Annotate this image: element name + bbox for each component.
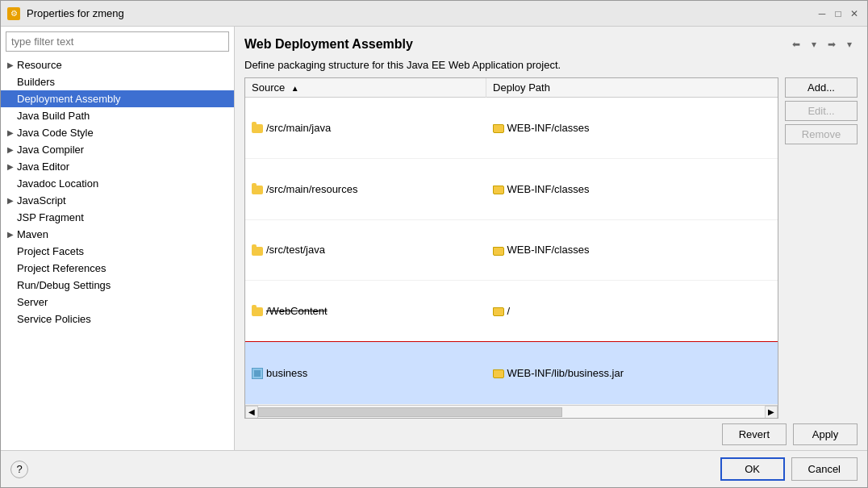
chevron-right-icon: ▶ xyxy=(7,162,14,171)
sidebar-item-javadoc-location[interactable]: Javadoc Location xyxy=(1,175,234,192)
sidebar-item-java-code-style[interactable]: ▶Java Code Style xyxy=(1,124,234,141)
source-text: /WebContent xyxy=(266,305,328,317)
main-window: ⚙ Properties for zmeng ─ □ ✕ ▶ResourceBu… xyxy=(0,0,868,488)
remove-button[interactable]: Remove xyxy=(785,124,858,144)
sidebar-item-javascript[interactable]: ▶JavaScript xyxy=(1,192,234,209)
sidebar-item-label: Maven xyxy=(17,228,48,240)
chevron-right-icon: ▶ xyxy=(7,145,14,154)
data-table-container: Source ▲ Deploy Path /src/main/javaWEB-I… xyxy=(244,77,778,419)
scroll-right-button[interactable]: ▶ xyxy=(765,406,778,419)
source-cell: /WebContent xyxy=(245,281,486,342)
chevron-right-icon: ▶ xyxy=(7,196,14,205)
toolbar-dropdown2-button[interactable]: ▾ xyxy=(841,36,858,52)
toolbar-dropdown-button[interactable]: ▾ xyxy=(806,36,822,52)
window-title: Properties for zmeng xyxy=(27,7,809,19)
help-button[interactable]: ? xyxy=(10,461,28,478)
deploy-text: / xyxy=(507,305,511,317)
table-header-row: Source ▲ Deploy Path xyxy=(245,78,778,98)
sidebar-item-project-references[interactable]: Project References xyxy=(1,260,234,277)
sidebar-item-label: Project Facets xyxy=(17,245,84,257)
deploy-cell: WEB-INF/classes xyxy=(486,219,778,281)
sidebar-item-label: Run/Debug Settings xyxy=(17,279,111,291)
window-controls: ─ □ ✕ xyxy=(816,7,861,20)
source-text: /src/test/java xyxy=(266,244,325,256)
table-area: Source ▲ Deploy Path /src/main/javaWEB-I… xyxy=(244,77,858,419)
sidebar-item-label: Javadoc Location xyxy=(17,177,98,190)
deploy-text: WEB-INF/classes xyxy=(507,122,590,134)
deploy-text: WEB-INF/lib/business.jar xyxy=(507,367,624,379)
col-deploy-header[interactable]: Deploy Path xyxy=(486,78,778,98)
toolbar-back-button[interactable]: ⬅ xyxy=(788,36,804,52)
sidebar-item-java-editor[interactable]: ▶Java Editor xyxy=(1,158,234,175)
col-source-header[interactable]: Source ▲ xyxy=(245,78,486,98)
sidebar-item-label: Resource xyxy=(17,59,62,71)
sidebar-item-label: Java Compiler xyxy=(17,144,84,156)
scroll-thumb[interactable] xyxy=(258,407,562,417)
deploy-text: WEB-INF/classes xyxy=(507,244,590,256)
close-button[interactable]: ✕ xyxy=(848,7,861,20)
folder-icon xyxy=(252,247,263,256)
minimize-button[interactable]: ─ xyxy=(816,7,828,20)
add-button[interactable]: Add... xyxy=(785,77,858,98)
sidebar-item-server[interactable]: Server xyxy=(1,294,234,311)
folder-icon xyxy=(252,124,263,133)
toolbar-forward-button[interactable]: ➡ xyxy=(824,36,840,52)
chevron-right-icon: ▶ xyxy=(7,128,14,137)
table-row[interactable]: businessWEB-INF/lib/business.jar xyxy=(245,342,778,405)
sidebar-item-builders[interactable]: Builders xyxy=(1,73,234,90)
sidebar-item-project-facets[interactable]: Project Facets xyxy=(1,243,234,260)
scroll-track[interactable] xyxy=(258,407,765,418)
chevron-right-icon: ▶ xyxy=(7,60,14,69)
ok-cancel-group: OK Cancel xyxy=(720,457,858,481)
ok-button[interactable]: OK xyxy=(720,457,785,481)
edit-button[interactable]: Edit... xyxy=(785,101,858,121)
deploy-folder-icon xyxy=(493,369,504,378)
deploy-cell: WEB-INF/lib/business.jar xyxy=(486,342,778,405)
table-row[interactable]: /WebContent/ xyxy=(245,281,778,342)
source-text: /src/main/resources xyxy=(266,183,357,195)
side-buttons-panel: Add... Edit... Remove xyxy=(785,77,858,419)
deploy-text: WEB-INF/classes xyxy=(507,183,590,195)
sidebar-item-label: JSP Fragment xyxy=(17,211,84,223)
horizontal-scrollbar[interactable]: ◀ ▶ xyxy=(245,405,778,418)
sidebar-item-service-policies[interactable]: Service Policies xyxy=(1,311,234,327)
panel-header: Web Deployment Assembly ⬅ ▾ ➡ ▾ xyxy=(244,36,858,52)
source-text: business xyxy=(266,367,307,379)
sidebar-item-maven[interactable]: ▶Maven xyxy=(1,226,234,243)
table-row[interactable]: /src/test/javaWEB-INF/classes xyxy=(245,219,778,281)
cancel-button[interactable]: Cancel xyxy=(791,457,858,481)
deploy-folder-icon xyxy=(493,307,504,316)
revert-button[interactable]: Revert xyxy=(722,423,787,445)
sidebar-item-run-debug-settings[interactable]: Run/Debug Settings xyxy=(1,277,234,294)
right-panel: Web Deployment Assembly ⬅ ▾ ➡ ▾ Define p… xyxy=(235,27,867,450)
sidebar-item-java-compiler[interactable]: ▶Java Compiler xyxy=(1,141,234,158)
table-row[interactable]: /src/main/resourcesWEB-INF/classes xyxy=(245,158,778,219)
sidebar-item-resource[interactable]: ▶Resource xyxy=(1,56,234,73)
sidebar-item-label: Builders xyxy=(17,76,55,88)
panel-description: Define packaging structure for this Java… xyxy=(244,59,858,71)
sidebar-item-deployment-assembly[interactable]: Deployment Assembly xyxy=(1,90,234,107)
source-text: /src/main/java xyxy=(266,122,331,134)
deployment-table: Source ▲ Deploy Path /src/main/javaWEB-I… xyxy=(245,78,778,405)
sidebar-item-label: Java Editor xyxy=(17,161,69,173)
project-icon xyxy=(252,368,263,379)
source-cell: business xyxy=(245,342,486,405)
sidebar-item-label: Service Policies xyxy=(17,313,91,325)
deploy-cell: WEB-INF/classes xyxy=(486,98,778,159)
apply-button[interactable]: Apply xyxy=(793,423,858,445)
deploy-folder-icon xyxy=(493,186,504,194)
chevron-right-icon: ▶ xyxy=(7,230,14,239)
maximize-button[interactable]: □ xyxy=(832,7,845,20)
source-cell: /src/main/java xyxy=(245,98,486,159)
source-cell: /src/test/java xyxy=(245,219,486,281)
scroll-left-button[interactable]: ◀ xyxy=(245,406,258,419)
table-row[interactable]: /src/main/javaWEB-INF/classes xyxy=(245,98,778,159)
deploy-folder-icon xyxy=(493,124,504,133)
sidebar: ▶ResourceBuildersDeployment AssemblyJava… xyxy=(1,27,235,450)
revert-apply-bar: Revert Apply xyxy=(244,419,858,450)
sidebar-item-label: Java Build Path xyxy=(17,110,90,122)
sidebar-item-java-build-path[interactable]: Java Build Path xyxy=(1,107,234,124)
filter-input[interactable] xyxy=(6,31,229,52)
sidebar-item-jsp-fragment[interactable]: JSP Fragment xyxy=(1,209,234,226)
main-content: ▶ResourceBuildersDeployment AssemblyJava… xyxy=(1,27,867,450)
